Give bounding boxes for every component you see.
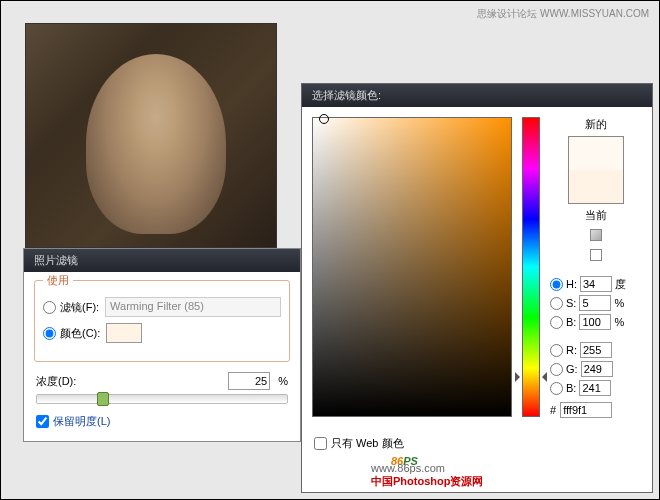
hex-input[interactable]: [560, 402, 612, 418]
new-label: 新的: [550, 117, 642, 132]
radio-r[interactable]: [550, 344, 563, 357]
watermark-text: www.86ps.com 中国Photoshop资源网: [371, 462, 483, 489]
input-b[interactable]: [579, 314, 611, 330]
input-r[interactable]: [580, 342, 612, 358]
saturation-value-field[interactable]: [312, 117, 512, 417]
label-b: B:: [566, 316, 576, 328]
panel-title: 照片滤镜: [24, 249, 300, 272]
density-unit: %: [278, 375, 288, 387]
radio-g[interactable]: [550, 363, 563, 376]
swatch-compare: [568, 136, 624, 204]
filter-select[interactable]: Warming Filter (85): [105, 297, 281, 317]
filter-label-text: 滤镜(F):: [60, 300, 99, 315]
preserve-label: 保留明度(L): [53, 414, 110, 429]
use-group: 使用 滤镜(F): Warming Filter (85) 颜色(C):: [34, 280, 290, 362]
photo-filter-panel: 照片滤镜 使用 滤镜(F): Warming Filter (85) 颜色(C)…: [23, 248, 301, 442]
color-label-text: 颜色(C):: [60, 326, 100, 341]
sv-cursor[interactable]: [319, 114, 329, 124]
density-label: 浓度(D):: [36, 374, 76, 389]
color-fields: H:度 S:% B:% R: G: B: #: [550, 273, 642, 418]
swatch-new: [569, 137, 623, 170]
color-picker-title: 选择滤镜颜色:: [302, 84, 652, 107]
cube-icon[interactable]: [590, 229, 602, 241]
color-picker-dialog: 选择滤镜颜色: 新的 当前 H:度 S:% B:% R: G:: [301, 83, 653, 493]
tiny-swatch-icon[interactable]: [590, 249, 602, 261]
unit-h: 度: [615, 277, 626, 292]
watermark-topbar: 思缘设计论坛 WWW.MISSYUAN.COM: [477, 7, 649, 21]
label-b2: B:: [566, 382, 576, 394]
preserve-luminosity-checkbox[interactable]: [36, 415, 49, 428]
filter-radio-label[interactable]: 滤镜(F):: [43, 300, 99, 315]
radio-b2[interactable]: [550, 382, 563, 395]
unit-b: %: [614, 316, 624, 328]
hue-slider[interactable]: [522, 117, 540, 417]
color-radio[interactable]: [43, 327, 56, 340]
swatch-current: [569, 170, 623, 203]
label-h: H:: [566, 278, 577, 290]
unit-s: %: [614, 297, 624, 309]
color-swatch[interactable]: [106, 323, 142, 343]
preview-photo: [25, 23, 277, 248]
label-r: R:: [566, 344, 577, 356]
filter-radio[interactable]: [43, 301, 56, 314]
density-slider[interactable]: [36, 394, 288, 404]
use-legend: 使用: [43, 273, 73, 288]
hex-prefix: #: [550, 404, 556, 416]
current-label: 当前: [550, 208, 642, 223]
hue-pointer-right[interactable]: [537, 372, 547, 382]
slider-thumb[interactable]: [97, 392, 109, 406]
radio-s[interactable]: [550, 297, 563, 310]
web-only-checkbox[interactable]: [314, 437, 327, 450]
radio-b[interactable]: [550, 316, 563, 329]
input-s[interactable]: [579, 295, 611, 311]
input-h[interactable]: [580, 276, 612, 292]
input-g[interactable]: [581, 361, 613, 377]
density-input[interactable]: [228, 372, 270, 390]
density-row: 浓度(D): %: [36, 372, 288, 390]
hue-pointer-left[interactable]: [515, 372, 525, 382]
radio-h[interactable]: [550, 278, 563, 291]
color-radio-label[interactable]: 颜色(C):: [43, 326, 100, 341]
label-s: S:: [566, 297, 576, 309]
label-g: G:: [566, 363, 578, 375]
input-b2[interactable]: [579, 380, 611, 396]
